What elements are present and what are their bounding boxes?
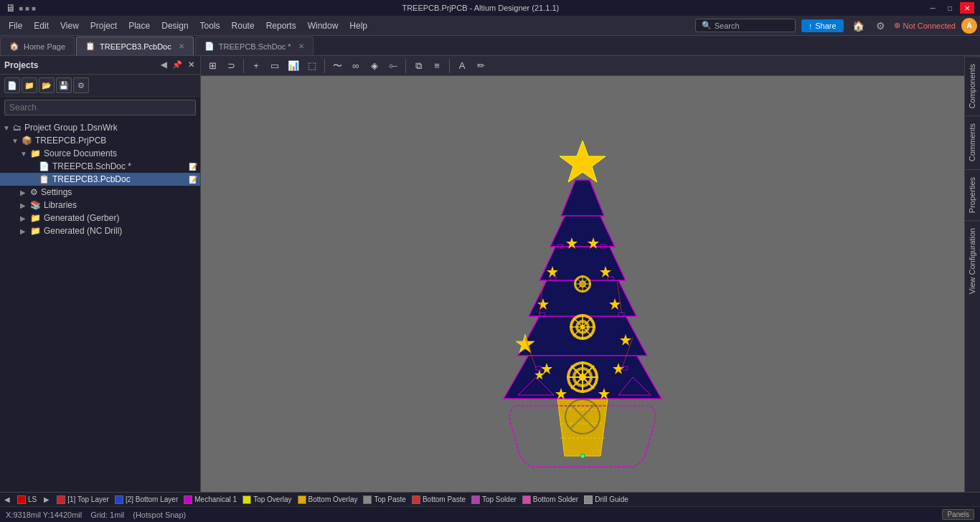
- right-tab-properties[interactable]: Properties: [965, 169, 980, 220]
- menu-design[interactable]: Design: [156, 18, 194, 34]
- text-tool[interactable]: A: [453, 57, 471, 75]
- menu-view[interactable]: View: [55, 18, 85, 34]
- layer-top-solder-color: [471, 495, 480, 504]
- project-tree: ▼ 🗂 Project Group 1.DsnWrk ▼ 📦 TREEPCB.P…: [0, 118, 200, 492]
- tree-libraries[interactable]: ▶ 📚 Libraries: [0, 199, 200, 212]
- save-button[interactable]: 💾: [56, 77, 72, 93]
- layer-top-overlay-label: Top Overlay: [253, 495, 291, 503]
- sidebar-search-input[interactable]: [4, 100, 196, 115]
- open-button[interactable]: 📁: [22, 77, 37, 93]
- tree-settings-label: Settings: [41, 187, 72, 197]
- tab-pcbdoc[interactable]: 📋 TREEPCB3.PcbDoc ✕: [76, 37, 194, 55]
- menu-file[interactable]: File: [3, 18, 28, 34]
- expand-tool[interactable]: ⟜: [385, 57, 402, 75]
- menu-place[interactable]: Place: [123, 18, 156, 34]
- tree-source-docs[interactable]: ▼ 📁 Source Documents: [0, 147, 200, 160]
- layer-top-paste-color: [363, 495, 372, 504]
- sch-tab-icon: 📄: [204, 42, 215, 51]
- sch-file-icon: 📄: [39, 161, 50, 171]
- new-doc-button[interactable]: 📄: [4, 77, 20, 93]
- home-icon[interactable]: 🏠: [849, 20, 867, 32]
- minimize-button[interactable]: ─: [925, 2, 940, 14]
- route-tool[interactable]: ⊃: [222, 57, 240, 75]
- pin-tool[interactable]: ◈: [366, 57, 383, 75]
- menu-window[interactable]: Window: [302, 18, 344, 34]
- options-button[interactable]: ⚙: [73, 77, 89, 93]
- layer-ls[interactable]: LS: [17, 495, 37, 504]
- pcb-file-icon2: 📝: [189, 176, 197, 184]
- layer-top[interactable]: [1] Top Layer: [57, 495, 109, 504]
- layer-bottom-overlay[interactable]: Bottom Overlay: [298, 495, 358, 504]
- close-button[interactable]: ✕: [960, 2, 974, 14]
- tree-arrow-settings: ▶: [20, 189, 27, 196]
- svg-point-4: [580, 454, 585, 458]
- connection-icon: ⊗: [894, 21, 900, 30]
- connection-status[interactable]: ⊗ Not Connected: [894, 21, 956, 30]
- layer-bottom-paste[interactable]: Bottom Paste: [412, 495, 466, 504]
- layer-drill-guide[interactable]: Drill Guide: [584, 495, 628, 504]
- tree-settings[interactable]: ▶ ⚙ Settings: [0, 186, 200, 199]
- tree-root[interactable]: ▼ 🗂 Project Group 1.DsnWrk: [0, 121, 200, 134]
- sidebar-pin-button[interactable]: 📌: [171, 59, 184, 71]
- open-folder-button[interactable]: 📂: [39, 77, 55, 93]
- right-tab-view-config[interactable]: View Configuration: [965, 220, 980, 301]
- pcb-tab-close[interactable]: ✕: [179, 42, 184, 50]
- tree-arrow-libs: ▶: [20, 201, 27, 209]
- connect-tool[interactable]: ∞: [347, 57, 364, 75]
- right-tab-components[interactable]: Components: [965, 56, 980, 115]
- coord-display: X:9318mil Y:14420mil: [6, 511, 82, 519]
- pcb-canvas-area[interactable]: [201, 76, 964, 492]
- right-tab-comments[interactable]: Comments: [965, 115, 980, 169]
- toolbar-sep-3: [405, 59, 406, 73]
- layer-bottom-solder[interactable]: Bottom Solder: [522, 495, 578, 504]
- scroll-indicator: [565, 399, 600, 435]
- layer-mech1[interactable]: Mechanical 1: [184, 495, 237, 504]
- tab-schdoc[interactable]: 📄 TREEPCB.SchDoc * ✕: [195, 37, 314, 55]
- settings-icon[interactable]: ⚙: [873, 20, 888, 32]
- menu-route[interactable]: Route: [226, 18, 260, 34]
- copy-tool[interactable]: ⧉: [410, 57, 427, 75]
- share-button[interactable]: ↑ Share: [801, 19, 844, 32]
- pen-tool[interactable]: ✏: [472, 57, 489, 75]
- tree-gerber[interactable]: ▶ 📁 Generated (Gerber): [0, 212, 200, 224]
- tree-schdoc[interactable]: 📄 TREEPCB.SchDoc * 📝: [0, 160, 200, 173]
- layer-ls-label: LS: [28, 495, 37, 503]
- layer-next-button[interactable]: ▶: [42, 495, 51, 503]
- layer-top-solder[interactable]: Top Solder: [471, 495, 517, 504]
- menu-tools[interactable]: Tools: [194, 18, 226, 34]
- layer-top-overlay[interactable]: Top Overlay: [242, 495, 291, 504]
- rect-tool[interactable]: ▭: [266, 57, 283, 75]
- search-icon: 🔍: [702, 21, 712, 30]
- box-tool[interactable]: ⬚: [303, 57, 321, 75]
- tree-project[interactable]: ▼ 📦 TREEPCB.PrjPCB: [0, 134, 200, 147]
- tree-gerber-label: Generated (Gerber): [44, 213, 119, 223]
- menu-project[interactable]: Project: [85, 18, 123, 34]
- bar-tool[interactable]: ≡: [428, 57, 446, 75]
- chart-tool[interactable]: 📊: [285, 57, 302, 75]
- tree-libraries-label: Libraries: [44, 200, 77, 210]
- titlebar: 🖥 ■ ■ ■ TREEPCB.PrjPCB - Altium Designer…: [0, 0, 980, 16]
- tab-home[interactable]: 🏠 Home Page: [0, 37, 75, 55]
- layer-bottom-label: [2] Bottom Layer: [126, 495, 178, 503]
- sidebar-collapse-button[interactable]: ◀: [159, 59, 168, 71]
- maximize-button[interactable]: □: [943, 2, 957, 14]
- layer-top-color: [57, 495, 65, 504]
- tree-ncdrill[interactable]: ▶ 📁 Generated (NC Drill): [0, 224, 200, 237]
- layer-top-paste[interactable]: Top Paste: [363, 495, 405, 504]
- layer-prev-button[interactable]: ◀: [3, 495, 11, 503]
- layer-bottom[interactable]: [2] Bottom Layer: [115, 495, 178, 504]
- tree-pcbdoc[interactable]: 📋 TREEPCB3.PcbDoc 📝: [0, 173, 200, 186]
- sch-tab-close[interactable]: ✕: [298, 42, 304, 50]
- menu-edit[interactable]: Edit: [28, 18, 55, 34]
- menubar: File Edit View Project Place Design Tool…: [0, 16, 980, 36]
- menu-reports[interactable]: Reports: [260, 18, 302, 34]
- user-avatar[interactable]: A: [961, 18, 977, 34]
- curve-tool[interactable]: 〜: [329, 57, 346, 75]
- add-tool[interactable]: +: [248, 57, 265, 75]
- filter-tool[interactable]: ⊞: [204, 57, 221, 75]
- menu-help[interactable]: Help: [344, 18, 373, 34]
- global-search-button[interactable]: 🔍 Search: [695, 19, 796, 32]
- sidebar-close-button[interactable]: ✕: [187, 59, 196, 71]
- panels-button[interactable]: Panels: [942, 509, 974, 520]
- svg-marker-12: [561, 180, 604, 216]
